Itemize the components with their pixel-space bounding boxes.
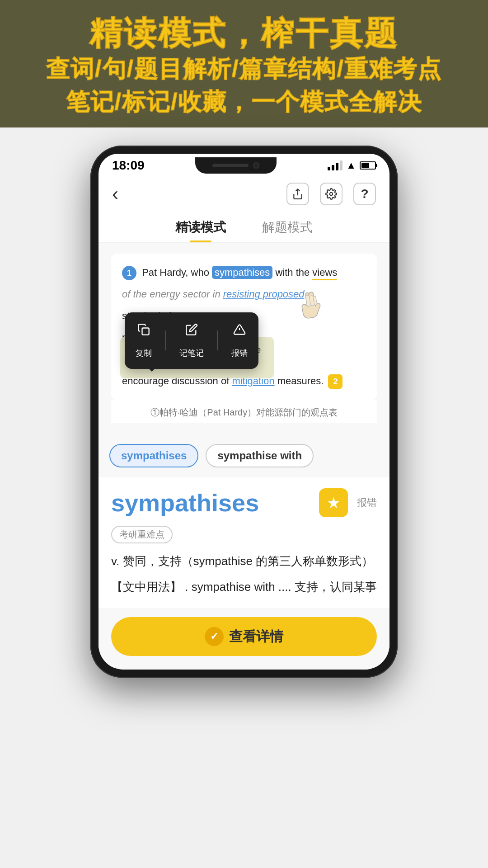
signal-icon: [328, 160, 343, 170]
tooltip-report-btn[interactable]: 报错: [231, 321, 248, 361]
check-icon: ✓: [205, 627, 224, 646]
header-icons: ?: [286, 183, 376, 205]
camera: [253, 162, 259, 169]
app-tabs: 精读模式 解题模式: [99, 214, 389, 243]
word-chips: sympathises sympathise with: [99, 434, 389, 477]
word-sympathises-highlighted[interactable]: sympathises: [212, 266, 272, 279]
tab-jingdu[interactable]: 精读模式: [175, 219, 226, 242]
chip-sympathise-with[interactable]: sympathise with: [206, 444, 314, 467]
phone-wrapper: 18:09 ▲ ‹: [0, 127, 488, 678]
settings-button[interactable]: [320, 183, 343, 205]
status-icons: ▲: [328, 160, 376, 171]
phone-notch: [195, 157, 277, 174]
dict-usage-label: 【文中用法】: [111, 580, 182, 594]
dict-report-button[interactable]: 报错: [357, 496, 377, 509]
banner-title-line1: 精读模式，榨干真题: [18, 14, 470, 52]
speaker: [212, 164, 249, 167]
word-views[interactable]: views: [312, 267, 337, 280]
text-measures: measures.: [275, 375, 324, 387]
popup-tooltip: 复制 记笔记: [125, 312, 258, 369]
view-detail-button[interactable]: ✓ 查看详情: [111, 617, 377, 656]
status-bar: 18:09 ▲: [99, 154, 389, 174]
copy-icon: [137, 321, 150, 343]
wifi-icon: ▲: [346, 160, 356, 171]
tooltip-divider-1: [165, 330, 166, 350]
phone-screen: ‹ ? 精读模式 解题模式: [99, 174, 389, 670]
pencil-icon: [185, 321, 198, 343]
banner-title-line3: 笔记/标记/收藏，一个模式全解决: [18, 85, 470, 118]
tooltip-report-label: 报错: [231, 346, 248, 360]
back-button[interactable]: ‹: [112, 183, 118, 205]
dict-definition: v. 赞同，支持（sympathise 的第三人称单数形式）: [111, 551, 377, 572]
tab-jieti[interactable]: 解题模式: [262, 219, 313, 242]
bottom-area: ✓ 查看详情: [99, 608, 389, 670]
battery-icon: [360, 161, 376, 170]
text-pat-hardy: Pat Hardy, who: [142, 267, 212, 278]
share-button[interactable]: [286, 183, 309, 205]
svg-point-0: [330, 193, 333, 196]
para-num-2: 2: [328, 374, 343, 389]
warning-icon: [233, 321, 246, 343]
dict-usage: 【文中用法】 . sympathise with .... 支持，认同某事: [111, 576, 377, 598]
dictionary-panel: sympathises ★ 报错 考研重难点 v. 赞同，支持（sympathi…: [99, 477, 389, 608]
dict-tag: 考研重难点: [111, 526, 173, 543]
view-detail-label: 查看详情: [229, 627, 283, 646]
tooltip-note-label: 记笔记: [179, 346, 204, 360]
tooltip-copy-label: 复制: [136, 346, 152, 360]
text-of-the: of the energy sector in: [122, 288, 223, 300]
dict-header-right: ★ 报错: [319, 488, 377, 517]
dict-usage-text: . sympathise with .... 支持，认同某事: [185, 580, 377, 594]
banner-title-line2: 查词/句/题目解析/篇章结构/重难考点: [18, 52, 470, 85]
help-button[interactable]: ?: [353, 183, 376, 205]
text-with-the: with the: [275, 267, 312, 278]
phone-time: 18:09: [112, 158, 145, 173]
tooltip-note-btn[interactable]: 记笔记: [179, 321, 204, 361]
para-num-1: 1: [122, 266, 136, 280]
dict-star-button[interactable]: ★: [319, 488, 348, 517]
tooltip-divider-2: [217, 330, 218, 350]
dict-header: sympathises ★ 报错: [111, 488, 377, 518]
top-banner: 精读模式，榨干真题 查词/句/题目解析/篇章结构/重难考点 笔记/标记/收藏，一…: [0, 0, 488, 127]
link-resisting[interactable]: resisting proposed: [223, 288, 305, 300]
dict-word: sympathises: [111, 488, 259, 518]
sentence-translation: ①帕特·哈迪（Pat Hardy）对能源部门的观点表: [111, 400, 377, 423]
content-area: 1 Pat Hardy, who sympathises with the vi…: [99, 243, 389, 434]
chip-sympathises[interactable]: sympathises: [109, 444, 198, 467]
tooltip-copy-btn[interactable]: 复制: [136, 321, 152, 361]
reading-block: 1 Pat Hardy, who sympathises with the vi…: [111, 254, 377, 400]
svg-rect-1: [142, 328, 149, 335]
app-header: ‹ ?: [99, 174, 389, 214]
phone-frame: 18:09 ▲ ‹: [90, 146, 398, 678]
